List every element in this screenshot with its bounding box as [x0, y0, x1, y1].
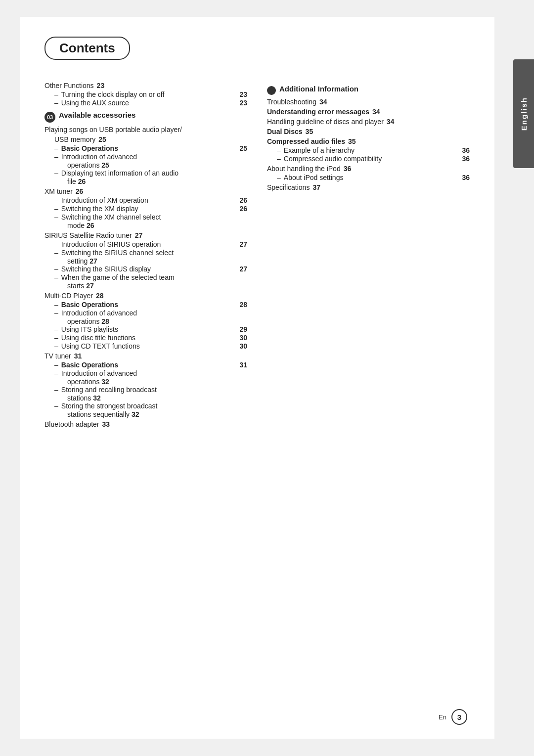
dash-icon: – [54, 309, 58, 317]
dash-icon: – [54, 325, 58, 333]
section03-title: Available accessories [59, 111, 135, 119]
list-item-cont: stations 32 [44, 394, 247, 402]
list-item: Dual Discs 35 [267, 128, 470, 135]
section03-header: 03 Available accessories [44, 111, 247, 123]
dash-icon: – [54, 99, 58, 107]
troubleshooting-item: Troubleshooting 34 [267, 98, 470, 106]
dash-icon: – [54, 90, 58, 98]
footer: En 3 [439, 709, 467, 725]
list-item: – Compressed audio compatibility 36 [267, 155, 470, 163]
list-item: – Basic Operations 28 [44, 301, 247, 309]
dash-icon: – [54, 265, 58, 273]
dash-icon: – [54, 153, 58, 161]
list-item-cont: operations 28 [44, 317, 247, 325]
list-item: – Introduction of advanced [44, 369, 247, 377]
dash-icon: – [54, 249, 58, 257]
sirius-header: SIRIUS Satellite Radio tuner 27 [44, 231, 247, 239]
usb-header: Playing songs on USB portable audio play… [44, 126, 247, 133]
list-item-cont: setting 27 [44, 257, 247, 265]
dash-icon: – [54, 386, 58, 394]
dash-icon: – [54, 342, 58, 350]
page-title: Contents [59, 41, 115, 55]
additional-info-icon [267, 86, 276, 95]
list-item: – Switching the SIRIUS display 27 [44, 265, 247, 273]
list-item: – Introduction of advanced [44, 309, 247, 317]
language-label: English [520, 97, 528, 131]
list-item: – Using disc title functions 30 [44, 334, 247, 342]
list-item: – Switching the XM display 26 [44, 205, 247, 213]
list-item: About handling the iPod 36 [267, 165, 470, 173]
additional-info-title: Additional Information [279, 85, 358, 93]
dash-icon: – [54, 334, 58, 342]
dash-icon: – [54, 361, 58, 369]
title-box: Contents [44, 37, 130, 60]
language-side-tab: English [513, 59, 534, 168]
xm-tuner-header: XM tuner 26 [44, 187, 247, 195]
main-columns: Other Functions 23 – Turning the clock d… [44, 80, 470, 429]
list-item: – Using CD TEXT functions 30 [44, 342, 247, 350]
list-item: – Switching the XM channel select [44, 213, 247, 221]
list-item: – Storing the strongest broadcast [44, 402, 247, 410]
dash-icon: – [277, 146, 281, 154]
list-item: – About iPod settings 36 [267, 174, 470, 181]
list-item: – Storing and recalling broadcast [44, 386, 247, 394]
tvtuner-header: TV tuner 31 [44, 352, 247, 360]
page-content: Contents Other Functions 23 – Turning th… [20, 17, 494, 739]
list-item: – Introduction of SIRIUS operation 27 [44, 240, 247, 248]
list-item: – Basic Operations 25 [44, 144, 247, 152]
dash-icon: – [54, 301, 58, 309]
list-item-cont: stations sequentially 32 [44, 410, 247, 418]
list-item: – Using the AUX source 23 [44, 99, 247, 107]
list-item-cont: operations 25 [44, 161, 247, 169]
list-item: – Switching the SIRIUS channel select [44, 249, 247, 257]
other-functions-page: 23 [97, 82, 105, 89]
section03-icon: 03 [44, 112, 55, 123]
list-item: – Displaying text information of an audi… [44, 169, 247, 177]
multicd-header: Multi-CD Player 28 [44, 292, 247, 300]
other-functions-label: Other Functions [44, 82, 94, 89]
list-item: Understanding error messages 34 [267, 108, 470, 116]
list-item: – Using ITS playlists 29 [44, 325, 247, 333]
dash-icon: – [54, 144, 58, 152]
list-item-cont: operations 32 [44, 378, 247, 386]
list-item-cont: starts 27 [44, 282, 247, 290]
dash-icon: – [54, 402, 58, 410]
additional-info-header: Additional Information [267, 85, 470, 95]
list-item: Compressed audio files 35 [267, 137, 470, 145]
list-item-cont: mode 26 [44, 222, 247, 229]
dash-icon: – [277, 155, 281, 163]
dash-icon: – [54, 205, 58, 213]
right-column: Additional Information Troubleshooting 3… [267, 80, 470, 429]
list-item: Specifications 37 [267, 183, 470, 191]
footer-lang: En [439, 713, 446, 721]
dash-icon: – [54, 196, 58, 204]
list-item: – Turning the clock display on or off 23 [44, 90, 247, 98]
left-column: Other Functions 23 – Turning the clock d… [44, 80, 247, 429]
list-item: Handling guideline of discs and player 3… [267, 118, 470, 126]
bluetooth-header: Bluetooth adapter 33 [44, 420, 247, 428]
dash-icon: – [54, 169, 58, 177]
list-item: – Introduction of advanced [44, 153, 247, 161]
list-item: – When the game of the selected team [44, 273, 247, 281]
dash-icon: – [54, 213, 58, 221]
list-item: – Example of a hierarchy 36 [267, 146, 470, 154]
usb-header2: USB memory 25 [44, 135, 247, 143]
list-item: – Introduction of XM operation 26 [44, 196, 247, 204]
list-item: – Basic Operations 31 [44, 361, 247, 369]
dash-icon: – [54, 273, 58, 281]
dash-icon: – [54, 369, 58, 377]
other-functions-header: Other Functions 23 [44, 82, 247, 89]
dash-icon: – [277, 174, 281, 181]
dash-icon: – [54, 240, 58, 248]
list-item-cont: file 26 [44, 178, 247, 185]
footer-page-number: 3 [451, 709, 467, 725]
